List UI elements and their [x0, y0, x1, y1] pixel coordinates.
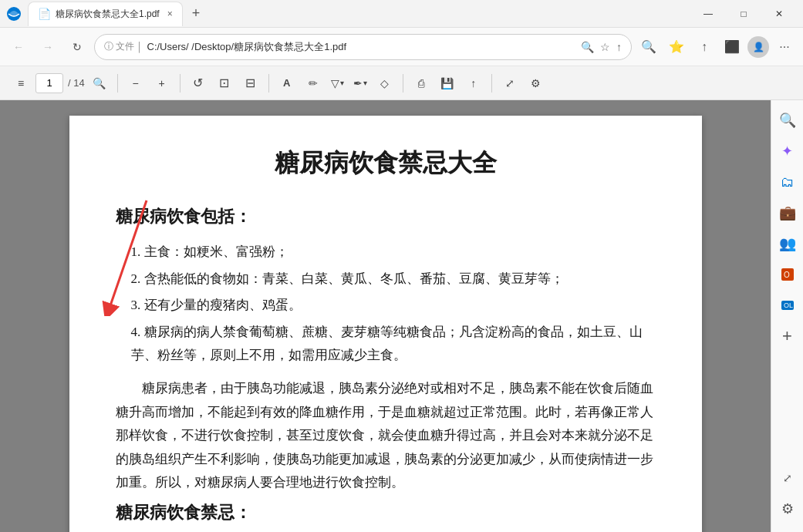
text-select-button[interactable]: A: [275, 72, 299, 95]
fit-page-button[interactable]: ⊡: [213, 72, 236, 95]
sign-chevron: ▾: [363, 79, 367, 87]
expand-button[interactable]: ⤢: [498, 72, 521, 95]
sidebar-collections-button[interactable]: 🗂: [774, 168, 801, 196]
browser-toolbar: 🔍 ⭐ ↑ ⬛ 👤 ···: [636, 35, 797, 59]
browser-icon: [6, 6, 22, 22]
toolbar-divider-1: [117, 74, 118, 93]
pdf-menu-button[interactable]: ≡: [9, 72, 32, 95]
sign-icon: ✒: [353, 77, 363, 89]
browser-share-button[interactable]: ↑: [692, 35, 717, 59]
separator: │: [137, 42, 143, 52]
lock-icon: ⓘ: [104, 40, 113, 53]
print-button[interactable]: ⎙: [410, 72, 433, 95]
zoom-in-button[interactable]: +: [150, 72, 174, 95]
profile-icon: 👤: [753, 42, 764, 52]
highlight-dropdown-button[interactable]: ▽ ▾: [328, 72, 347, 95]
sidebar-add-button[interactable]: +: [774, 322, 801, 350]
sidebar-search-button[interactable]: 🔍: [774, 106, 801, 134]
sidebar-wallet-button[interactable]: 💼: [774, 199, 801, 227]
address-bar: ← → ↻ ⓘ 文件 │ C:/Users/ /Desktop/糖尿病饮食禁忌大…: [0, 28, 803, 66]
title-bar: 📄 糖尿病饮食禁忌大全1.pdf × + — □ ✕: [0, 0, 803, 28]
pdf-section1-title: 糖尿病饮食包括：: [116, 205, 656, 228]
pdf-list: 1. 主食：如粳米、富强粉； 2. 含热能低的食物如：青菜、白菜、黄瓜、冬瓜、番…: [116, 241, 656, 368]
star-address-icon[interactable]: ☆: [600, 41, 610, 53]
pdf-toolbar: ≡ / 14 🔍 − + ↺ ⊡ ⊟ A ✏ ▽ ▾ ✒ ▾ ◇ ⎙ 💾 ↑ ⤢…: [0, 66, 803, 100]
rotate-button[interactable]: ↺: [187, 72, 210, 95]
address-info-label: 文件: [116, 40, 134, 53]
sidebar-bottom: ⤢ ⚙: [774, 464, 801, 526]
page-number-input[interactable]: [35, 73, 63, 93]
address-icons: 🔍 ☆ ↑: [581, 41, 622, 53]
svg-text:OL: OL: [784, 301, 793, 309]
list-item-4: 4. 糖尿病的病人禁食葡萄糖、蔗糖、麦芽糖等纯糖食品；凡含淀粉高的食品，如土豆、…: [131, 321, 656, 368]
toolbar-divider-4: [403, 74, 403, 93]
page-total-label: / 14: [68, 77, 85, 89]
svg-text:O: O: [784, 271, 790, 279]
sidebar-settings-button[interactable]: ⚙: [774, 495, 801, 523]
zoom-out-button[interactable]: −: [124, 72, 147, 95]
browser-collections-button[interactable]: ⭐: [664, 35, 689, 59]
list-item-3: 3. 还有少量的瘦猪肉、鸡蛋。: [131, 294, 656, 318]
pdf-search-button[interactable]: 🔍: [88, 72, 111, 95]
sidebar-outlook-button[interactable]: OL: [774, 291, 801, 319]
main-area: 糖尿病饮食禁忌大全 糖尿病饮食包括： 1. 主食：如粳米、富强粉； 2. 含热能…: [0, 100, 803, 532]
sidebar-copilot-button[interactable]: ✦: [774, 137, 801, 165]
browser-search-button[interactable]: 🔍: [636, 35, 661, 59]
title-bar-left: 📄 糖尿病饮食禁忌大全1.pdf × +: [6, 2, 206, 26]
draw-button[interactable]: ✏: [302, 72, 325, 95]
back-button[interactable]: ←: [6, 35, 31, 59]
highlight-chevron: ▾: [340, 79, 344, 87]
pdf-page: 糖尿病饮食禁忌大全 糖尿病饮食包括： 1. 主食：如粳米、富强粉； 2. 含热能…: [69, 116, 702, 532]
forward-button[interactable]: →: [35, 35, 60, 59]
toolbar-divider-5: [491, 74, 492, 93]
address-bar-input[interactable]: ⓘ 文件 │ C:/Users/ /Desktop/糖尿病饮食禁忌大全1.pdf…: [94, 34, 632, 60]
list-item-1: 1. 主食：如粳米、富强粉；: [131, 241, 656, 264]
address-text: C:/Users/ /Desktop/糖尿病饮食禁忌大全1.pdf: [147, 40, 577, 54]
address-info: ⓘ 文件 │: [104, 40, 143, 53]
right-sidebar: 🔍 ✦ 🗂 💼 👥 O OL + ⤢ ⚙: [771, 100, 803, 532]
tab-pdf-icon: 📄: [38, 8, 51, 20]
toolbar-divider-3: [268, 74, 269, 93]
browser-tab[interactable]: 📄 糖尿病饮食禁忌大全1.pdf ×: [28, 2, 183, 26]
search-address-icon[interactable]: 🔍: [581, 41, 594, 53]
sidebar-expand-button[interactable]: ⤢: [774, 464, 801, 492]
fit-width-button[interactable]: ⊟: [239, 72, 262, 95]
pdf-viewer[interactable]: 糖尿病饮食禁忌大全 糖尿病饮食包括： 1. 主食：如粳米、富强粉； 2. 含热能…: [0, 100, 771, 532]
save-button[interactable]: 💾: [436, 72, 459, 95]
maximize-button[interactable]: □: [726, 0, 761, 28]
pdf-title: 糖尿病饮食禁忌大全: [116, 146, 656, 180]
pdf-settings-button[interactable]: ⚙: [525, 72, 548, 95]
collection-address-icon[interactable]: ↑: [616, 41, 622, 53]
sidebar-office-button[interactable]: O: [774, 261, 801, 288]
sidebar-people-button[interactable]: 👥: [774, 230, 801, 258]
minimize-button[interactable]: —: [690, 0, 726, 28]
new-tab-button[interactable]: +: [186, 5, 207, 22]
browser-more-button[interactable]: ···: [772, 35, 797, 59]
close-button[interactable]: ✕: [761, 0, 797, 28]
share-button[interactable]: ↑: [462, 72, 485, 95]
sign-dropdown-button[interactable]: ✒ ▾: [350, 72, 370, 95]
erase-button[interactable]: ◇: [373, 72, 396, 95]
window-controls: — □ ✕: [690, 0, 797, 28]
toolbar-divider-2: [180, 74, 181, 93]
refresh-button[interactable]: ↻: [65, 35, 89, 59]
pdf-section2-title: 糖尿病饮食禁忌：: [116, 501, 656, 524]
highlight-icon: ▽: [331, 77, 339, 89]
profile-avatar[interactable]: 👤: [747, 36, 769, 58]
tab-close-button[interactable]: ×: [167, 8, 173, 19]
browser-download-button[interactable]: ⬛: [720, 35, 744, 59]
list-item-2: 2. 含热能低的食物如：青菜、白菜、黄瓜、冬瓜、番茄、豆腐、黄豆芽等；: [131, 268, 656, 291]
pdf-paragraph1: 糖尿病患者，由于胰岛功能减退，胰岛素分泌绝对或相对不足，胰岛素不能在饮食后随血糖…: [116, 377, 656, 495]
tab-title: 糖尿病饮食禁忌大全1.pdf: [56, 8, 160, 21]
